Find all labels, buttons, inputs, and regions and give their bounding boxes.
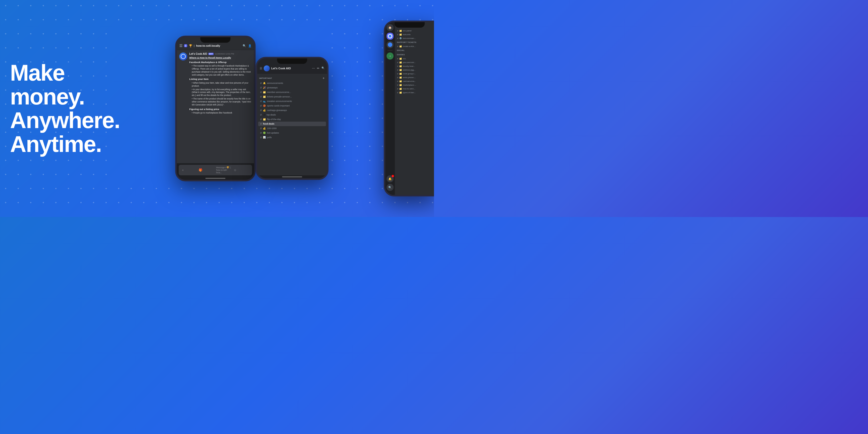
search-icon[interactable]: 🔍 (321, 67, 324, 70)
channel-hash-icon: # (260, 109, 262, 112)
back-icon[interactable]: ☰ (260, 67, 262, 70)
add-channel-icon[interactable]: ＋ (322, 76, 325, 81)
channel-list: IMPORTANT ＋ # 🔔 announcements # 🎉 giveaw… (257, 73, 327, 175)
members-icon[interactable]: 👤 (248, 44, 252, 48)
partial-channel-marketplace----[interactable]: # 🗂️ marketplace-... (396, 83, 433, 87)
bullet-1: The easiest way to sell is through Faceb… (192, 65, 252, 76)
channel-name: how-to-sell-locally (196, 44, 220, 47)
hero-section: Make money. Anywhere. Anytime. (10, 61, 141, 156)
plus-icon[interactable]: ＋ (181, 168, 197, 172)
channel-hash-icon: # (260, 122, 262, 125)
channels-list: # 🔔 announcements # 🎉 giveaways # 🗂️ mem… (257, 81, 327, 140)
channel-name-label: tickets-presale-announ... (267, 95, 292, 98)
home-nav-icon[interactable]: 🏠 (386, 24, 394, 31)
hash-icon: # (397, 69, 398, 71)
channel-item-top-deals[interactable]: # ☺️ top-deals (258, 113, 326, 117)
partial-channel-types-of-ban---[interactable]: # 🗂️ types-of-ban... (396, 91, 433, 94)
notification-nav-icon[interactable]: 🔔 1 (386, 175, 394, 182)
channel-emoji: 🗂️ (263, 118, 266, 121)
partial-channel-plus-and-dot---[interactable]: # 🗂️ plus-and-dot... (396, 61, 433, 64)
partial-channel-vcc-panel[interactable]: # 🗂️ vcc-panel (396, 29, 433, 33)
ch-emoji: 🗂️ (399, 69, 402, 71)
home-indicator-2 (282, 176, 302, 177)
channel-item-tickets-presale-announ---[interactable]: # 🗂️ tickets-presale-announ... (258, 94, 326, 99)
server-nav-icon[interactable] (386, 33, 394, 40)
partial-channel-address-jigg---[interactable]: # 🗂️ address-jigg... (396, 68, 433, 72)
partial-channel-bounty-boar---[interactable]: # 🗂️ bounty-boar... (396, 64, 433, 68)
partial-channel-catchall-ema---[interactable]: # 🗂️ catchall-ema... (396, 80, 433, 83)
partial-channel-how-to-sell-l---[interactable]: # 🗂️ how-to-sell-l... (396, 87, 433, 91)
edit-icon[interactable]: ✏ (317, 67, 319, 70)
bot-avatar (179, 53, 187, 61)
channel-item-bot-updates[interactable]: # 🟢 bot-updates (258, 131, 326, 135)
partial-channel-create-a-tick---[interactable]: # 🗂️ create-a-tick... (396, 44, 433, 48)
hash-icon: # (397, 76, 398, 79)
ch-emoji: ⚙️ (399, 37, 402, 39)
ch-emoji: 🗂️ (399, 91, 402, 94)
partial-channel-name: extra-phone-... (403, 76, 416, 79)
hero-heading: Make money. Anywhere. Anytime. (10, 61, 141, 156)
ch-emoji: 🗂️ (399, 30, 402, 32)
phone-main: ☰ 2 🏆 | how-to-sell-locally 🔍 👤 Let (175, 36, 256, 181)
partial-channel-vcc[interactable]: # 🗂️ vcc (396, 57, 433, 61)
channel-emoji: ☺️ (263, 114, 265, 116)
section-label: SOCIAL (395, 48, 434, 53)
channel-name-label: giveaways (267, 86, 278, 89)
partial-channel-extra-phone----[interactable]: # 🗂️ extra-phone-... (396, 75, 433, 80)
channel-hash-icon: # (260, 131, 262, 134)
add-server-icon[interactable]: ＋ (386, 53, 394, 60)
emoji-icon[interactable]: ☺ (234, 168, 250, 172)
pricing-header: Figuring out a listing price (189, 107, 252, 111)
hash-icon: # (397, 88, 398, 90)
message-body: Let's Cook AIO BOT 11/29/2022 12:01 PM W… (189, 53, 252, 115)
listing-3: The name of the product should be exactl… (192, 97, 252, 106)
ch-emoji: 🗂️ (399, 72, 402, 75)
channel-name-label: polls (267, 136, 272, 138)
hash-icon: # (397, 30, 398, 32)
channel-item-sports-cards-important[interactable]: # 🏀 sports-cards-important (258, 103, 326, 108)
channel-emoji: 🔔 (263, 82, 266, 84)
channel-item-100-1000[interactable]: # 💰 100-1000 (258, 126, 326, 131)
search-icon[interactable]: 🔍 (243, 44, 246, 48)
partial-channel-bot-comman---[interactable]: # ⚙️ bot-comman... (396, 36, 433, 40)
listing-2: In your description, try to list everyth… (192, 88, 252, 97)
phone-secondary: ☰ Let's Cook AIO ⋯ ✏ 🔍 IMPORTANT ＋ # 🔔 a… (256, 57, 329, 180)
partial-channel-name: cook-group-l... (403, 72, 416, 75)
partial-channel-bots-info[interactable]: # 🗂️ bots-info (396, 33, 433, 36)
header-emoji: 🏆 (189, 44, 192, 48)
channel-item-cashapp-giveaways[interactable]: # 💰 cashapp-giveaways (258, 108, 326, 113)
server-icon (264, 65, 270, 71)
message-input-area[interactable]: ＋ 🎁 Message #🏆 | how-to-sell-loca... ☺ (179, 165, 252, 175)
partial-channel-list: SPAM # 🗂️ vcc-panel # 🗂️ bots-info # ⚙️ … (395, 22, 434, 195)
hash-icon: # (397, 84, 398, 86)
channel-name-label: sneaker-announcements (267, 100, 292, 102)
ch-emoji: 🗂️ (399, 88, 402, 90)
search-nav-icon[interactable]: 🔍 (386, 184, 394, 191)
partial-sections-container: SPAM # 🗂️ vcc-panel # 🗂️ bots-info # ⚙️ … (395, 25, 434, 94)
ch-emoji: 🗂️ (399, 33, 402, 36)
channel-item-sneaker-announcements[interactable]: # 👟 sneaker-announcements (258, 99, 326, 103)
gift-icon[interactable]: 🎁 (199, 168, 215, 172)
hero-line1: Make money. (10, 60, 84, 109)
server-2-nav-icon[interactable] (386, 41, 394, 48)
channel-item-flip-of-the-day[interactable]: # 🗂️ flip-of-the-day (258, 117, 326, 122)
message-title: Where & How to Resell Items Locally (189, 56, 231, 59)
bot-message: Let's Cook AIO BOT 11/29/2022 12:01 PM W… (179, 53, 252, 115)
partial-channel-name: vcc-panel (403, 30, 411, 32)
channel-item-giveaways[interactable]: # 🎉 giveaways (258, 85, 326, 90)
pricing-1: People go to marketplaces like Facebook (192, 112, 252, 115)
partial-channel-name: vcc (403, 58, 406, 60)
discord-channel-header: ☰ 2 🏆 | how-to-sell-locally 🔍 👤 (177, 37, 254, 50)
channel-item-announcements[interactable]: # 🔔 announcements (258, 81, 326, 85)
partial-channel-name: bot-comman... (403, 37, 416, 39)
channel-item-member-announceme---[interactable]: # 🗂️ member-announceme... (258, 90, 326, 94)
channel-item-food-deals[interactable]: # food-deals (258, 122, 326, 126)
channel-emoji: 🗂️ (263, 95, 266, 98)
hash-icon: # (397, 91, 398, 94)
channel-name-label: 100-1000 (267, 127, 277, 130)
partial-channel-cook-group-l---[interactable]: # 🗂️ cook-group-l... (396, 72, 433, 75)
listing-1: When listing your item, take clear and n… (192, 82, 252, 88)
channel-item-polls[interactable]: # 📊 polls (258, 135, 326, 140)
more-icon[interactable]: ⋯ (312, 67, 315, 70)
message-placeholder[interactable]: Message #🏆 | how-to-sell-loca... (216, 166, 232, 174)
